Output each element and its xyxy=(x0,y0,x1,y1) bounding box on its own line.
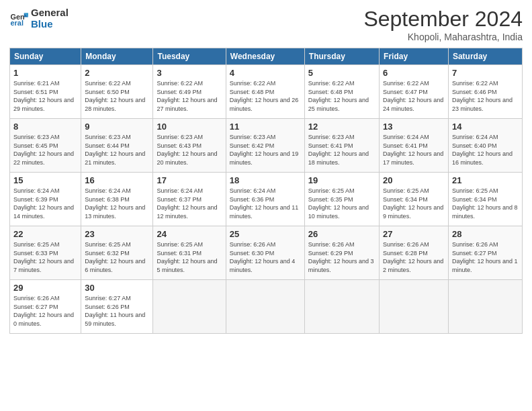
cell-1: 1 Sunrise: 6:21 AMSunset: 6:51 PMDayligh… xyxy=(10,65,81,119)
col-sunday: Sunday xyxy=(10,48,81,65)
cell-empty-3 xyxy=(304,280,379,334)
logo-blue-text: Blue xyxy=(31,18,69,30)
cell-8: 8 Sunrise: 6:23 AMSunset: 6:45 PMDayligh… xyxy=(10,119,81,173)
cell-30: 30 Sunrise: 6:27 AMSunset: 6:26 PMDaylig… xyxy=(81,280,153,334)
logo-icon: Gen eral xyxy=(9,9,28,28)
cell-9: 9 Sunrise: 6:23 AMSunset: 6:44 PMDayligh… xyxy=(81,119,153,173)
logo-text: General xyxy=(31,7,69,18)
cell-20: 20 Sunrise: 6:25 AMSunset: 6:34 PMDaylig… xyxy=(380,173,449,226)
col-wednesday: Wednesday xyxy=(226,48,304,65)
table-row: 15 Sunrise: 6:24 AMSunset: 6:39 PMDaylig… xyxy=(10,173,523,226)
cell-12: 12 Sunrise: 6:23 AMSunset: 6:41 PMDaylig… xyxy=(304,119,379,173)
cell-empty-2 xyxy=(226,280,304,334)
location-subtitle: Khopoli, Maharashtra, India xyxy=(363,32,523,42)
col-tuesday: Tuesday xyxy=(153,48,226,65)
col-friday: Friday xyxy=(380,48,449,65)
cell-28: 28 Sunrise: 6:26 AMSunset: 6:27 PMDaylig… xyxy=(448,226,522,280)
table-row: 1 Sunrise: 6:21 AMSunset: 6:51 PMDayligh… xyxy=(10,65,523,119)
cell-23: 23 Sunrise: 6:25 AMSunset: 6:32 PMDaylig… xyxy=(81,226,153,280)
cell-2: 2 Sunrise: 6:22 AMSunset: 6:50 PMDayligh… xyxy=(81,65,153,119)
cell-empty-1 xyxy=(153,280,226,334)
cell-empty-4 xyxy=(380,280,449,334)
cell-13: 13 Sunrise: 6:24 AMSunset: 6:41 PMDaylig… xyxy=(380,119,449,173)
cell-3: 3 Sunrise: 6:22 AMSunset: 6:49 PMDayligh… xyxy=(153,65,226,119)
cell-17: 17 Sunrise: 6:24 AMSunset: 6:37 PMDaylig… xyxy=(153,173,226,226)
cell-29: 29 Sunrise: 6:26 AMSunset: 6:27 PMDaylig… xyxy=(10,280,81,334)
table-row: 29 Sunrise: 6:26 AMSunset: 6:27 PMDaylig… xyxy=(10,280,523,334)
cell-24: 24 Sunrise: 6:25 AMSunset: 6:31 PMDaylig… xyxy=(153,226,226,280)
cell-empty-5 xyxy=(448,280,522,334)
table-row: 22 Sunrise: 6:25 AMSunset: 6:33 PMDaylig… xyxy=(10,226,523,280)
cell-27: 27 Sunrise: 6:26 AMSunset: 6:28 PMDaylig… xyxy=(380,226,449,280)
col-saturday: Saturday xyxy=(448,48,522,65)
cell-7: 7 Sunrise: 6:22 AMSunset: 6:46 PMDayligh… xyxy=(448,65,522,119)
cell-26: 26 Sunrise: 6:26 AMSunset: 6:29 PMDaylig… xyxy=(304,226,379,280)
cell-16: 16 Sunrise: 6:24 AMSunset: 6:38 PMDaylig… xyxy=(81,173,153,226)
table-row: 8 Sunrise: 6:23 AMSunset: 6:45 PMDayligh… xyxy=(10,119,523,173)
cell-15: 15 Sunrise: 6:24 AMSunset: 6:39 PMDaylig… xyxy=(10,173,81,226)
logo: Gen eral General Blue xyxy=(9,7,69,30)
cell-5: 5 Sunrise: 6:22 AMSunset: 6:48 PMDayligh… xyxy=(304,65,379,119)
col-monday: Monday xyxy=(81,48,153,65)
cell-10: 10 Sunrise: 6:23 AMSunset: 6:43 PMDaylig… xyxy=(153,119,226,173)
svg-text:eral: eral xyxy=(11,19,24,27)
cell-22: 22 Sunrise: 6:25 AMSunset: 6:33 PMDaylig… xyxy=(10,226,81,280)
cell-25: 25 Sunrise: 6:26 AMSunset: 6:30 PMDaylig… xyxy=(226,226,304,280)
month-title: September 2024 xyxy=(363,7,523,32)
title-block: September 2024 Khopoli, Maharashtra, Ind… xyxy=(363,7,523,42)
cell-19: 19 Sunrise: 6:25 AMSunset: 6:35 PMDaylig… xyxy=(304,173,379,226)
col-thursday: Thursday xyxy=(304,48,379,65)
cell-21: 21 Sunrise: 6:25 AMSunset: 6:34 PMDaylig… xyxy=(448,173,522,226)
cell-4: 4 Sunrise: 6:22 AMSunset: 6:48 PMDayligh… xyxy=(226,65,304,119)
cell-11: 11 Sunrise: 6:23 AMSunset: 6:42 PMDaylig… xyxy=(226,119,304,173)
cell-14: 14 Sunrise: 6:24 AMSunset: 6:40 PMDaylig… xyxy=(448,119,522,173)
cell-18: 18 Sunrise: 6:24 AMSunset: 6:36 PMDaylig… xyxy=(226,173,304,226)
cell-6: 6 Sunrise: 6:22 AMSunset: 6:47 PMDayligh… xyxy=(380,65,449,119)
